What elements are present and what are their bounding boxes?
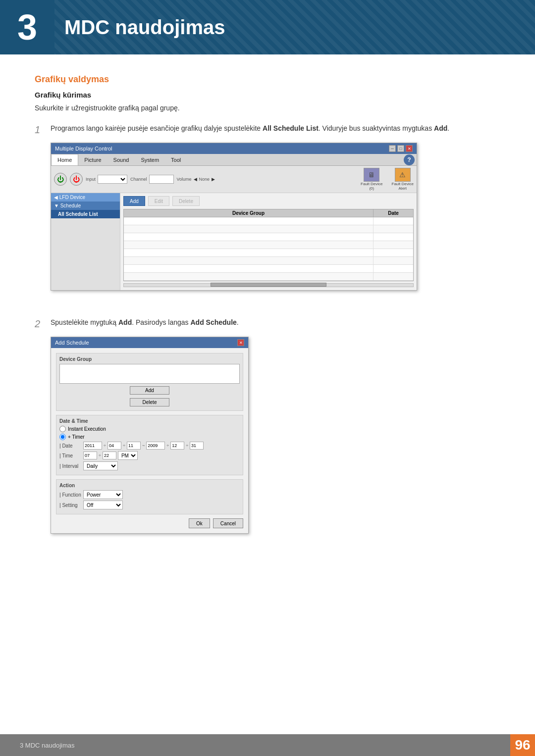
step-2: 2 Spustelėkite mygtuką Add. Pasirodys la… (35, 317, 500, 534)
chapter-header: 3 MDC naudojimas (0, 0, 535, 54)
fault-device-image: 🖥 (364, 168, 379, 182)
ok-button[interactable]: Ok (189, 518, 210, 528)
device-group-cell (124, 265, 374, 272)
add-button[interactable]: Add (123, 196, 145, 206)
mdc-body: ◀ LFD Device ▼ Schedule All Schedule Lis… (51, 193, 417, 290)
table-row[interactable] (124, 241, 413, 249)
interval-row: | Interval Daily Weekly Monthly (59, 461, 240, 470)
cancel-button[interactable]: Cancel (213, 518, 243, 528)
fault-device-label: Fault Device (361, 182, 382, 186)
chapter-title: MDC naudojimas (64, 16, 225, 39)
step-1-number: 1 (35, 124, 45, 136)
schedule-section-header[interactable]: ▼ Schedule (51, 202, 120, 210)
device-group-delete-button[interactable]: Delete (130, 398, 169, 406)
volume-left-arrow[interactable]: ◀ (194, 177, 197, 182)
device-group-cell (124, 273, 374, 280)
table-row[interactable] (124, 273, 413, 281)
date-cell (374, 249, 413, 256)
device-group-cell (124, 241, 374, 249)
volume-label: Volume (177, 177, 192, 182)
time-minute[interactable] (103, 452, 116, 459)
instant-execution-radio[interactable] (59, 426, 66, 432)
time-hour[interactable] (83, 452, 97, 459)
date-month-to[interactable] (170, 442, 184, 450)
table-row[interactable] (124, 225, 413, 233)
scrollbar-thumb[interactable] (211, 283, 326, 287)
device-group-cell (124, 249, 374, 256)
device-group-add-button[interactable]: Add (130, 386, 169, 395)
date-time-section: Date & Time Instant Execution + Timer | … (56, 415, 243, 475)
volume-right-arrow[interactable]: ▶ (212, 177, 215, 182)
time-ampm-select[interactable]: PM AM (118, 451, 138, 460)
date-month-from[interactable] (107, 442, 121, 450)
menu-home[interactable]: Home (51, 154, 78, 165)
step-1: 1 Programos lango kairėje pusėje esančio… (35, 123, 500, 302)
date-cell (374, 233, 413, 241)
add-schedule-window: Add Schedule ✕ Device Group Add Delete (51, 337, 249, 534)
menu-sound[interactable]: Sound (107, 154, 135, 165)
step-1-content: Programos lango kairėje pusėje esančioje… (51, 123, 500, 302)
date-year-to[interactable] (146, 442, 165, 450)
table-row[interactable] (124, 217, 413, 225)
lfd-section: ◀ LFD Device (51, 193, 120, 202)
none-label: None (199, 177, 210, 182)
date-year-from[interactable] (83, 442, 102, 450)
fault-alert-label: Fault Device (392, 182, 414, 186)
power-on-button[interactable]: ⏻ (54, 173, 67, 186)
date-cell (374, 273, 413, 280)
minimize-button[interactable]: ─ (389, 145, 396, 152)
menu-tool[interactable]: Tool (165, 154, 187, 165)
function-select[interactable]: Power (83, 490, 123, 499)
input-select[interactable] (98, 175, 127, 184)
timer-radio[interactable] (59, 434, 66, 440)
date-cell (374, 241, 413, 249)
help-button[interactable]: ? (404, 154, 415, 165)
device-group-section: Device Group Add Delete (56, 353, 243, 411)
chapter-number-box: 3 (0, 0, 54, 54)
table-row[interactable] (124, 249, 413, 257)
fault-alert-icon: ⚠ Fault Device Alert (392, 168, 414, 191)
table-header: Device Group Date (123, 209, 414, 217)
interval-field-label: | Interval (59, 463, 82, 469)
mdc-titlebar-controls[interactable]: ─ □ ✕ (389, 145, 413, 152)
step-2-text: Spustelėkite mygtuką Add. Pasirodys lang… (51, 317, 500, 328)
action-label: Action (59, 483, 240, 488)
device-group-list[interactable] (59, 364, 240, 384)
date-time-label: Date & Time (59, 418, 240, 424)
timer-row: + Timer (59, 434, 240, 440)
date-day-to[interactable] (190, 442, 204, 450)
power-off-button[interactable]: ⏻ (70, 173, 83, 186)
setting-select[interactable]: Off On (83, 501, 123, 509)
all-schedule-list-item[interactable]: All Schedule List (51, 210, 120, 218)
setting-row: | Setting Off On (59, 501, 240, 509)
date-cell (374, 225, 413, 233)
mdc-title: Multiple Display Control (55, 146, 112, 151)
footer-text: 3 MDC naudojimas (20, 742, 75, 749)
timer-label: + Timer (68, 434, 85, 440)
table-row[interactable] (124, 233, 413, 241)
menu-system[interactable]: System (135, 154, 165, 165)
device-group-label: Device Group (59, 356, 240, 362)
page-number-box: 96 (510, 734, 535, 756)
table-row[interactable] (124, 257, 413, 265)
subsection-heading: Grafikų kūrimas (35, 91, 500, 99)
lfd-section-header[interactable]: ◀ LFD Device (51, 193, 120, 202)
instant-execution-row: Instant Execution (59, 426, 240, 432)
date-day-from[interactable] (127, 442, 141, 450)
date-cell (374, 265, 413, 272)
function-field-label: | Function (59, 492, 82, 498)
menu-picture[interactable]: Picture (78, 154, 107, 165)
fault-alert-sub: Alert (399, 186, 407, 191)
edit-button[interactable]: Edit (148, 196, 169, 206)
horizontal-scrollbar[interactable] (123, 283, 414, 287)
channel-group: Channel (130, 175, 174, 184)
delete-button[interactable]: Delete (172, 196, 200, 206)
interval-select[interactable]: Daily Weekly Monthly (83, 461, 118, 470)
close-button[interactable]: ✕ (406, 145, 413, 152)
table-row[interactable] (124, 265, 413, 273)
maximize-button[interactable]: □ (397, 145, 404, 152)
fault-device-count: (0) (369, 186, 374, 191)
time-field-label: | Time (59, 453, 82, 458)
add-schedule-close-button[interactable]: ✕ (237, 339, 244, 346)
channel-input[interactable] (149, 175, 174, 184)
